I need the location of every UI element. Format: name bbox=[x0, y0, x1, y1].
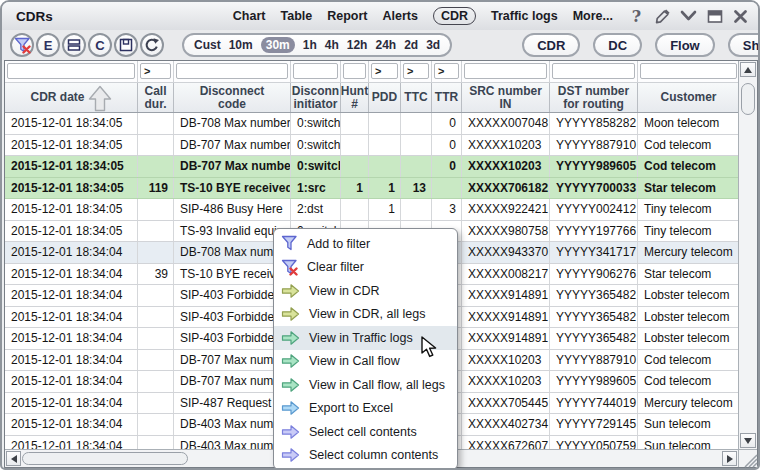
edit-pencil-icon[interactable] bbox=[653, 7, 672, 26]
cell-dur[interactable] bbox=[138, 199, 174, 220]
cell-cust[interactable]: Cod telecom bbox=[638, 156, 738, 177]
flow-button[interactable]: Flow bbox=[655, 33, 715, 57]
cell-src[interactable]: XXXXX922421 bbox=[462, 199, 550, 220]
cell-dst[interactable]: YYYYY729145 bbox=[550, 414, 638, 435]
cell-date[interactable]: 2015-12-01 18:34:05 bbox=[5, 135, 138, 156]
cell-dst[interactable]: YYYYY050759 bbox=[550, 436, 638, 450]
cell-cust[interactable]: Tiny telecom bbox=[638, 199, 738, 220]
cell-dur[interactable] bbox=[138, 135, 174, 156]
cell-src[interactable]: XXXXX914891 bbox=[462, 307, 550, 328]
share-button[interactable]: Share bbox=[728, 33, 760, 57]
context-menu-item-view-in-cdr-all-legs[interactable]: View in CDR, all legs bbox=[274, 303, 457, 327]
horizontal-scroll-thumb[interactable] bbox=[22, 452, 188, 465]
cell-cust[interactable]: Cod telecom bbox=[638, 135, 738, 156]
column-header-init[interactable]: Disconninitiator bbox=[291, 83, 341, 112]
cell-cust[interactable]: Star telecom bbox=[638, 264, 738, 285]
cell-cust[interactable]: Sun telecom bbox=[638, 414, 738, 435]
titlebar-menu-item-traffic-logs[interactable]: Traffic logs bbox=[491, 9, 558, 23]
time-range-12h[interactable]: 12h bbox=[347, 38, 368, 52]
resize-grip[interactable] bbox=[738, 449, 757, 467]
cell-src[interactable]: XXXXX914891 bbox=[462, 328, 550, 349]
cell-cust[interactable]: Tiny telecom bbox=[638, 221, 738, 242]
cell-cust[interactable]: Lobster telecom bbox=[638, 307, 738, 328]
cell-hunt[interactable] bbox=[341, 156, 369, 177]
scroll-up-button[interactable] bbox=[740, 62, 756, 77]
cell-pdd[interactable]: 1 bbox=[369, 199, 401, 220]
column-header-cust[interactable]: Customer bbox=[638, 83, 738, 112]
filter-input-src[interactable] bbox=[464, 63, 547, 79]
cell-date[interactable]: 2015-12-01 18:34:04 bbox=[5, 328, 138, 349]
time-range-4h[interactable]: 4h bbox=[325, 38, 339, 52]
table-row[interactable]: 2015-12-01 18:34:05SIP-486 Busy Here2:ds… bbox=[5, 199, 738, 221]
cell-dst[interactable]: YYYYY906276 bbox=[550, 264, 638, 285]
cell-date[interactable]: 2015-12-01 18:34:04 bbox=[5, 264, 138, 285]
cell-dst[interactable]: YYYYY365482 bbox=[550, 285, 638, 306]
cell-src[interactable]: XXXXX914891 bbox=[462, 285, 550, 306]
cell-ttc[interactable] bbox=[401, 156, 432, 177]
cell-dur[interactable] bbox=[138, 156, 174, 177]
column-header-code[interactable]: Disconnectcode bbox=[174, 83, 291, 112]
column-header-hunt[interactable]: Hunt# bbox=[341, 83, 369, 112]
cell-date[interactable]: 2015-12-01 18:34:04 bbox=[5, 393, 138, 414]
cell-hunt[interactable] bbox=[341, 113, 369, 134]
cell-date[interactable]: 2015-12-01 18:34:05 bbox=[5, 156, 138, 177]
cell-init[interactable]: 0:switch bbox=[291, 135, 341, 156]
cell-src[interactable]: XXXXX980758 bbox=[462, 221, 550, 242]
cell-dur[interactable]: 39 bbox=[138, 264, 174, 285]
cell-code[interactable]: SIP-486 Busy Here bbox=[174, 199, 291, 220]
cell-src[interactable]: XXXXX10203 bbox=[462, 135, 550, 156]
cell-ttr[interactable]: 0 bbox=[432, 156, 462, 177]
clear-filter-button[interactable] bbox=[10, 33, 34, 57]
cell-ttr[interactable]: 0 bbox=[432, 135, 462, 156]
titlebar-menu-item-chart[interactable]: Chart bbox=[233, 9, 266, 23]
cell-dst[interactable]: YYYYY700033 bbox=[550, 178, 638, 199]
cell-dst[interactable]: YYYYY002412 bbox=[550, 199, 638, 220]
cell-dst[interactable]: YYYYY887910 bbox=[550, 350, 638, 371]
time-range-30m[interactable]: 30m bbox=[261, 37, 295, 53]
cell-dur[interactable] bbox=[138, 221, 174, 242]
cell-code[interactable]: DB-707 Max number bbox=[174, 156, 291, 177]
cell-hunt[interactable] bbox=[341, 199, 369, 220]
cell-pdd[interactable] bbox=[369, 113, 401, 134]
cell-dur[interactable] bbox=[138, 242, 174, 263]
cell-code[interactable]: DB-708 Max number bbox=[174, 113, 291, 134]
cell-src[interactable]: XXXXX672607 bbox=[462, 436, 550, 450]
titlebar-menu-item-report[interactable]: Report bbox=[327, 9, 367, 23]
cell-dur[interactable] bbox=[138, 328, 174, 349]
chevron-down-icon[interactable] bbox=[679, 7, 698, 26]
cell-date[interactable]: 2015-12-01 18:34:04 bbox=[5, 371, 138, 392]
filter-input-init[interactable] bbox=[293, 63, 338, 79]
cell-ttr[interactable] bbox=[432, 178, 462, 199]
cell-init[interactable]: 0:switch bbox=[291, 156, 341, 177]
cell-date[interactable]: 2015-12-01 18:34:04 bbox=[5, 414, 138, 435]
cell-date[interactable]: 2015-12-01 18:34:05 bbox=[5, 113, 138, 134]
cell-dst[interactable]: YYYYY365482 bbox=[550, 328, 638, 349]
column-header-ttc[interactable]: TTC bbox=[401, 83, 432, 112]
filter-input-ttr[interactable]: > bbox=[434, 63, 459, 79]
cell-ttr[interactable]: 0 bbox=[432, 113, 462, 134]
table-row[interactable]: 2015-12-01 18:34:05DB-707 Max number0:sw… bbox=[5, 135, 738, 157]
filter-input-code[interactable] bbox=[176, 63, 288, 79]
context-menu-item-select-cell-contents[interactable]: Select cell contents bbox=[274, 420, 457, 444]
filter-input-pdd[interactable]: > bbox=[371, 63, 398, 79]
cell-date[interactable]: 2015-12-01 18:34:04 bbox=[5, 285, 138, 306]
cell-cust[interactable]: Moon telecom bbox=[638, 113, 738, 134]
cell-pdd[interactable]: 1 bbox=[369, 178, 401, 199]
column-header-dur[interactable]: Calldur. bbox=[138, 83, 174, 112]
cell-src[interactable]: XXXXX007048 bbox=[462, 113, 550, 134]
column-header-dst[interactable]: DST numberfor routing bbox=[550, 83, 638, 112]
cell-dur[interactable] bbox=[138, 113, 174, 134]
cell-ttr[interactable]: 3 bbox=[432, 199, 462, 220]
cell-hunt[interactable] bbox=[341, 135, 369, 156]
cell-cust[interactable]: Mercury telecom bbox=[638, 393, 738, 414]
titlebar-menu-item-more-[interactable]: More... bbox=[573, 9, 613, 23]
save-button[interactable] bbox=[114, 33, 138, 57]
column-header-date[interactable]: CDR date bbox=[5, 83, 138, 112]
vertical-scrollbar[interactable] bbox=[738, 61, 757, 449]
cell-cust[interactable]: Sun telecom bbox=[638, 436, 738, 450]
cell-ttc[interactable] bbox=[401, 113, 432, 134]
filter-input-dst[interactable] bbox=[552, 63, 635, 79]
cell-date[interactable]: 2015-12-01 18:34:05 bbox=[5, 199, 138, 220]
columns-button[interactable]: C bbox=[88, 33, 112, 57]
cell-src[interactable]: XXXXX943370 bbox=[462, 242, 550, 263]
